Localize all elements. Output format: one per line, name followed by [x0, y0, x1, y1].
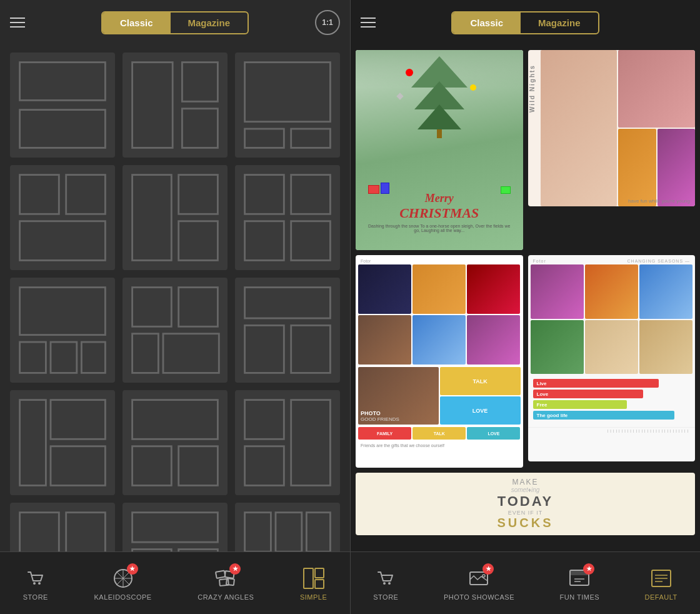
layout-template-9[interactable]	[235, 278, 340, 383]
right-tab-group: Classic Magazine	[451, 11, 599, 34]
svg-rect-22	[132, 288, 172, 327]
layout-template-8[interactable]	[122, 278, 228, 383]
layout-template-14[interactable]	[122, 503, 228, 551]
ratio-badge[interactable]: 1:1	[315, 10, 340, 35]
nav-kaleidoscope[interactable]: ★ KALEIDOSCOPE	[94, 566, 151, 601]
gallery-area: Merry CHRISTMAS Dashing through the snow…	[351, 45, 700, 551]
seasons-title: CHANGING SEASONS —	[628, 259, 690, 263]
nav-crazy-angles[interactable]: ★ CRAZY ANGLES	[198, 566, 254, 601]
photo-label: PHOTO	[361, 410, 436, 416]
svg-rect-57	[315, 580, 324, 588]
svg-rect-1	[20, 110, 106, 148]
svg-rect-35	[245, 400, 284, 440]
maketoday-gallery-card[interactable]: MAKE somet♦ing TODAY EVEN IF IT SUCKS	[356, 473, 695, 535]
svg-point-48	[33, 582, 36, 585]
left-tab-group: Classic Magazine	[101, 11, 249, 34]
layout-template-2[interactable]	[122, 53, 228, 158]
nav-store-right[interactable]: STORE	[373, 566, 398, 601]
layout-grid-area	[0, 45, 350, 551]
photo-showcase-icon: ★	[466, 566, 491, 591]
layout-template-13[interactable]	[10, 503, 115, 551]
evenif-label: EVEN IF IT	[497, 510, 553, 516]
nav-simple-label: SIMPLE	[300, 593, 327, 601]
left-tab-classic[interactable]: Classic	[102, 13, 171, 33]
svg-rect-15	[245, 221, 284, 261]
nav-simple[interactable]: SIMPLE	[300, 566, 327, 601]
seasons-line-goodlife: The good life	[533, 411, 674, 420]
svg-point-59	[388, 582, 391, 585]
svg-rect-21	[81, 342, 105, 373]
svg-rect-16	[291, 175, 331, 214]
layout-template-7[interactable]	[10, 278, 115, 383]
good-friends-label: GOOD FRIENDS	[361, 416, 436, 422]
svg-rect-31	[51, 446, 105, 486]
nav-default-label: DEFAULT	[645, 593, 678, 601]
svg-rect-5	[245, 63, 331, 122]
svg-rect-11	[132, 175, 172, 261]
wildnights-caption: have fun while you're young	[628, 198, 690, 204]
layout-template-4[interactable]	[10, 165, 115, 270]
right-menu-icon[interactable]	[361, 18, 376, 28]
layout-template-1[interactable]	[10, 53, 115, 158]
crazy-angles-badge: ★	[229, 563, 241, 575]
svg-rect-12	[179, 175, 218, 214]
layout-template-3[interactable]	[235, 53, 340, 158]
talk-label2: TALK	[412, 427, 466, 440]
layout-template-6[interactable]	[235, 165, 340, 270]
svg-rect-6	[245, 129, 284, 148]
layout-template-5[interactable]	[122, 165, 228, 270]
svg-rect-34	[179, 446, 218, 486]
layout-template-12[interactable]	[235, 390, 340, 495]
svg-rect-8	[20, 175, 59, 214]
svg-rect-56	[315, 568, 324, 578]
svg-rect-2	[132, 63, 173, 148]
svg-rect-39	[66, 513, 106, 551]
svg-rect-44	[245, 513, 271, 551]
svg-rect-51	[216, 570, 226, 578]
svg-rect-25	[163, 334, 219, 373]
svg-rect-10	[20, 221, 106, 261]
seasons-barcode: |||||||||||||||||||||||||||||	[528, 427, 696, 434]
seasons-gallery-card[interactable]: Fotor CHANGING SEASONS — Live Love Free …	[528, 255, 696, 461]
love-label: LOVE	[440, 396, 521, 425]
collage-brand: Fotor	[361, 259, 371, 263]
left-header: Classic Magazine 1:1	[0, 0, 350, 45]
left-tab-magazine[interactable]: Magazine	[171, 13, 248, 33]
right-tab-magazine[interactable]: Magazine	[521, 13, 598, 33]
left-panel: Classic Magazine 1:1	[0, 0, 350, 614]
nav-photo-showcase[interactable]: ★ PHOTO SHOWCASE	[444, 566, 514, 601]
nav-store-left-label: STORE	[23, 593, 48, 601]
nav-fun-times-label: FUN TIMES	[559, 593, 599, 601]
wildnights-gallery-card[interactable]: Wild Nights have fun while you're young	[528, 50, 696, 206]
right-tab-classic[interactable]: Classic	[452, 13, 521, 33]
nav-default[interactable]: DEFAULT	[645, 566, 678, 601]
seasons-line-love: Love	[533, 390, 643, 398]
photo-showcase-badge: ★	[482, 563, 494, 575]
layout-template-15[interactable]	[235, 503, 340, 551]
nav-photo-showcase-label: PHOTO SHOWCASE	[444, 593, 514, 601]
svg-rect-18	[20, 288, 106, 335]
svg-rect-46	[306, 513, 330, 551]
xmas-verse: Dashing through the snow To a one-horse …	[356, 224, 523, 233]
svg-rect-17	[291, 221, 331, 261]
kaleidoscope-icon: ★	[111, 566, 136, 591]
left-bottom-nav: STORE ★ KALEIDOSCOPE ★	[0, 551, 350, 614]
svg-rect-20	[51, 342, 77, 373]
layout-template-10[interactable]	[10, 390, 115, 495]
nav-store-left[interactable]: STORE	[23, 566, 48, 601]
collage-tagline: Friends are the gifts that we choose our…	[356, 442, 523, 449]
layout-template-11[interactable]	[122, 390, 228, 495]
fun-times-badge: ★	[583, 563, 594, 575]
svg-rect-14	[245, 175, 284, 214]
simple-icon	[301, 566, 326, 591]
christmas-gallery-card[interactable]: Merry CHRISTMAS Dashing through the snow…	[356, 50, 523, 250]
svg-rect-27	[245, 325, 284, 373]
fun-times-icon: ★	[567, 566, 592, 591]
seasons-line-free: Free	[533, 400, 628, 409]
left-menu-icon[interactable]	[10, 18, 25, 28]
svg-rect-4	[182, 109, 218, 148]
photoshowcase-gallery-card[interactable]: Fotor PHOTO GOOD FRIENDS TALK LOVE	[356, 255, 523, 468]
something-label: somet♦ing	[497, 486, 553, 493]
seasons-brand: Fotor	[533, 259, 546, 263]
nav-fun-times[interactable]: ★ FUN TIMES	[559, 566, 599, 601]
